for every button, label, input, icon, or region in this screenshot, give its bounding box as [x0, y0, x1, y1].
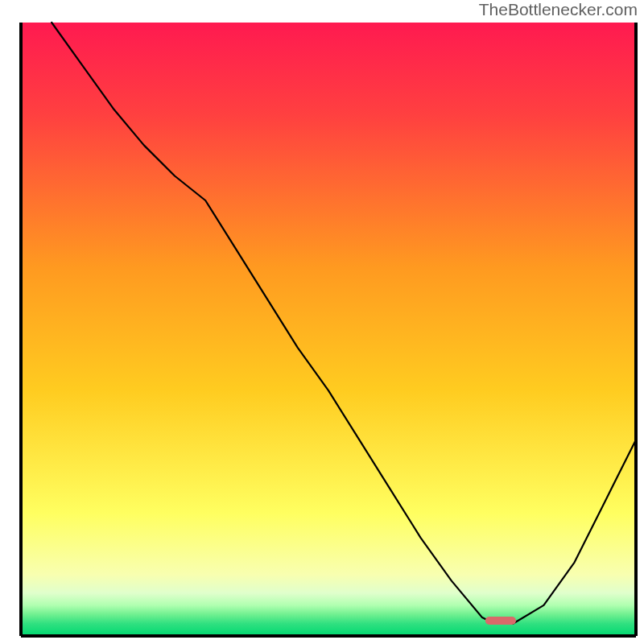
plot-background — [21, 23, 636, 636]
optimal-marker — [485, 617, 516, 625]
bottleneck-chart — [0, 0, 644, 644]
watermark-text: TheBottlenecker.com — [479, 0, 638, 19]
chart-container: TheBottlenecker.com — [0, 0, 644, 644]
